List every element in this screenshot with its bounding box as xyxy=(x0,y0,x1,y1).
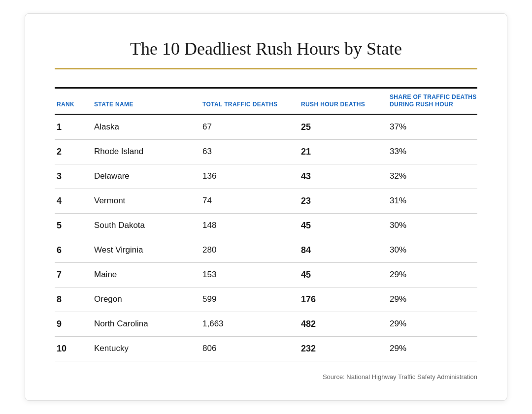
cell-rush: 84 xyxy=(301,238,390,262)
cell-state: Rhode Island xyxy=(94,139,202,164)
cell-rush: 176 xyxy=(301,287,390,312)
table-row: 3Delaware1364332% xyxy=(55,164,477,189)
cell-rush: 232 xyxy=(301,336,390,361)
cell-rush: 482 xyxy=(301,312,390,336)
cell-total: 280 xyxy=(202,238,301,262)
table-row: 10Kentucky80623229% xyxy=(55,336,477,361)
cell-share: 29% xyxy=(390,262,477,287)
cell-rush: 21 xyxy=(301,139,390,164)
cell-share: 33% xyxy=(390,139,477,164)
cell-share: 29% xyxy=(390,287,477,312)
cell-rank: 7 xyxy=(55,262,94,287)
cell-rank: 9 xyxy=(55,312,94,336)
cell-state: Vermont xyxy=(94,189,202,213)
cell-rush: 45 xyxy=(301,262,390,287)
cell-total: 148 xyxy=(202,213,301,238)
cell-share: 30% xyxy=(390,238,477,262)
cell-total: 599 xyxy=(202,287,301,312)
cell-rank: 2 xyxy=(55,139,94,164)
cell-rush: 25 xyxy=(301,114,390,139)
cell-rank: 1 xyxy=(55,114,94,139)
col-header-total: Total Traffic Deaths xyxy=(202,88,301,114)
cell-rank: 10 xyxy=(55,336,94,361)
cell-rank: 5 xyxy=(55,213,94,238)
cell-share: 37% xyxy=(390,114,477,139)
cell-total: 74 xyxy=(202,189,301,213)
cell-rush: 43 xyxy=(301,164,390,189)
cell-state: Oregon xyxy=(94,287,202,312)
cell-share: 30% xyxy=(390,213,477,238)
main-card: The 10 Deadliest Rush Hours by State Ran… xyxy=(25,13,507,400)
cell-rush: 23 xyxy=(301,189,390,213)
table-row: 2Rhode Island632133% xyxy=(55,139,477,164)
cell-state: Kentucky xyxy=(94,336,202,361)
col-header-share: Share of Traffic Deaths During Rush Hour xyxy=(390,88,477,114)
title-underline xyxy=(55,68,477,69)
cell-total: 67 xyxy=(202,114,301,139)
table-header-row: Rank State Name Total Traffic Deaths Rus… xyxy=(55,88,477,114)
col-header-rank: Rank xyxy=(55,88,94,114)
cell-share: 32% xyxy=(390,164,477,189)
table-row: 4Vermont742331% xyxy=(55,189,477,213)
cell-state: Delaware xyxy=(94,164,202,189)
table-row: 9North Carolina1,66348229% xyxy=(55,312,477,336)
cell-rank: 3 xyxy=(55,164,94,189)
cell-total: 806 xyxy=(202,336,301,361)
cell-rush: 45 xyxy=(301,213,390,238)
cell-rank: 8 xyxy=(55,287,94,312)
page-title: The 10 Deadliest Rush Hours by State xyxy=(55,38,477,60)
table-row: 5South Dakota1484530% xyxy=(55,213,477,238)
cell-state: West Virginia xyxy=(94,238,202,262)
col-header-rush: Rush Hour Deaths xyxy=(301,88,390,114)
table-row: 7Maine1534529% xyxy=(55,262,477,287)
cell-share: 29% xyxy=(390,336,477,361)
cell-share: 31% xyxy=(390,189,477,213)
cell-state: Alaska xyxy=(94,114,202,139)
cell-rank: 4 xyxy=(55,189,94,213)
cell-share: 29% xyxy=(390,312,477,336)
cell-total: 153 xyxy=(202,262,301,287)
data-table: Rank State Name Total Traffic Deaths Rus… xyxy=(55,87,477,361)
table-row: 6West Virginia2808430% xyxy=(55,238,477,262)
cell-state: Maine xyxy=(94,262,202,287)
cell-state: North Carolina xyxy=(94,312,202,336)
table-row: 1Alaska672537% xyxy=(55,114,477,139)
source-citation: Source: National Highway Traffic Safety … xyxy=(55,373,477,381)
table-row: 8Oregon59917629% xyxy=(55,287,477,312)
cell-total: 63 xyxy=(202,139,301,164)
col-header-state: State Name xyxy=(94,88,202,114)
cell-rank: 6 xyxy=(55,238,94,262)
cell-total: 1,663 xyxy=(202,312,301,336)
cell-total: 136 xyxy=(202,164,301,189)
cell-state: South Dakota xyxy=(94,213,202,238)
